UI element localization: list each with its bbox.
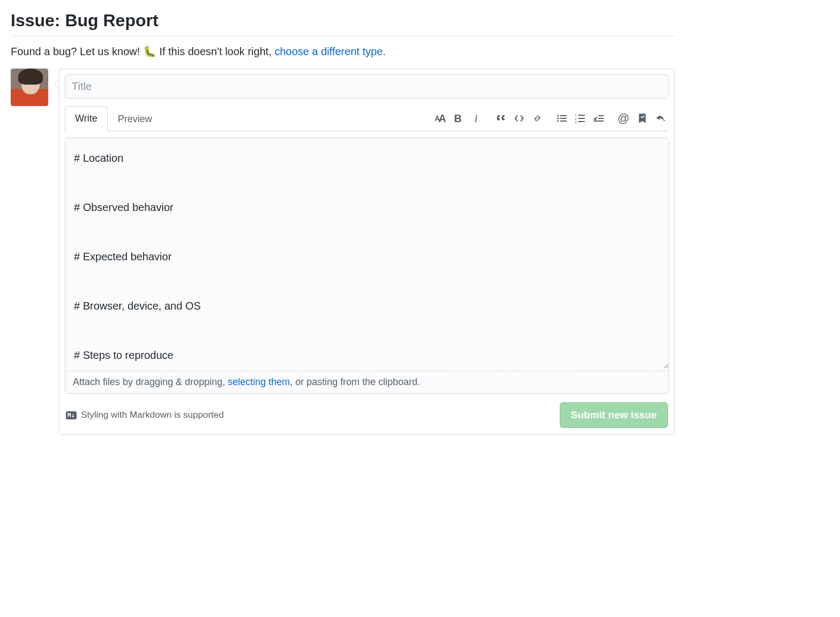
svg-rect-10	[578, 118, 585, 119]
italic-icon[interactable]: i	[471, 112, 482, 125]
svg-rect-14	[594, 121, 604, 122]
svg-rect-3	[560, 115, 567, 116]
attach-hint[interactable]: Attach files by dragging & dropping, sel…	[65, 371, 669, 393]
tab-bar: Write Preview AA B i	[65, 106, 669, 131]
avatar[interactable]	[11, 69, 48, 106]
markdown-support[interactable]: M↓ Styling with Markdown is supported	[66, 410, 224, 420]
svg-point-1	[557, 117, 559, 119]
submit-new-issue-button[interactable]: Submit new issue	[560, 402, 668, 428]
svg-point-2	[557, 120, 559, 122]
bookmark-icon[interactable]	[637, 112, 648, 125]
svg-rect-13	[598, 118, 604, 119]
issue-editor: Write Preview AA B i	[59, 69, 675, 435]
intro-prefix: Found a bug? Let us know! 🐛 If this does…	[11, 46, 274, 57]
attach-after: , or pasting from the clipboard.	[290, 377, 420, 387]
tab-preview[interactable]: Preview	[108, 107, 162, 131]
bold-icon[interactable]: B	[453, 112, 463, 125]
unordered-list-icon[interactable]	[557, 112, 567, 125]
svg-rect-9	[578, 115, 585, 116]
choose-different-type-link[interactable]: choose a different type.	[274, 46, 386, 57]
attach-before: Attach files by dragging & dropping,	[73, 377, 228, 387]
markdown-badge-icon: M↓	[66, 411, 77, 419]
attach-select-link[interactable]: selecting them	[228, 377, 290, 387]
quote-icon[interactable]	[496, 112, 506, 125]
title-input[interactable]	[65, 74, 669, 99]
code-icon[interactable]	[514, 112, 524, 125]
task-list-icon[interactable]	[593, 112, 604, 125]
heading-icon[interactable]: AA	[434, 112, 445, 125]
tab-write[interactable]: Write	[65, 106, 108, 131]
markdown-support-text: Styling with Markdown is supported	[81, 410, 223, 420]
svg-rect-12	[598, 115, 604, 116]
body-wrap: Attach files by dragging & dropping, sel…	[65, 138, 669, 394]
reply-icon[interactable]	[655, 112, 666, 125]
ordered-list-icon[interactable]: 123	[575, 112, 586, 125]
mention-icon[interactable]: @	[618, 112, 629, 125]
body-textarea[interactable]	[65, 138, 669, 368]
svg-rect-5	[560, 121, 567, 122]
svg-text:3: 3	[575, 120, 577, 124]
svg-rect-4	[560, 118, 567, 119]
intro-text: Found a bug? Let us know! 🐛 If this does…	[11, 45, 675, 58]
link-icon[interactable]	[532, 112, 543, 125]
page-title: Issue: Bug Report	[11, 11, 675, 36]
toolbar: AA B i	[434, 112, 669, 125]
svg-rect-11	[578, 121, 585, 122]
speech-arrow	[54, 79, 59, 90]
svg-point-0	[557, 115, 559, 116]
